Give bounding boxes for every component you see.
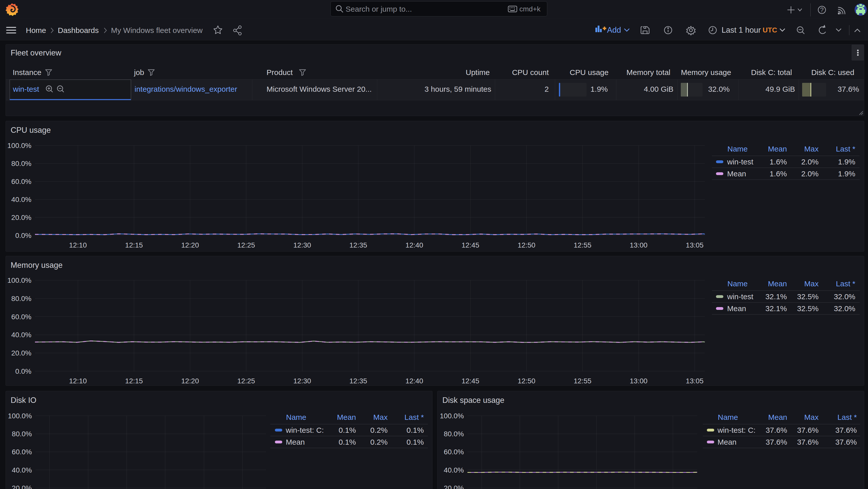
svg-text:win-test: C:: win-test: C: [285,426,324,434]
svg-text:Name: Name [727,279,748,288]
svg-text:12:20: 12:20 [181,241,199,249]
svg-text:0.0%: 0.0% [15,367,31,375]
svg-text:12:25: 12:25 [237,377,255,385]
svg-text:12:35: 12:35 [349,241,367,249]
svg-text:12:30: 12:30 [293,377,311,385]
svg-text:37.6%: 37.6% [835,438,857,446]
svg-text:37.6%: 37.6% [766,426,787,434]
svg-text:60.0%: 60.0% [11,313,31,321]
svg-text:12:10: 12:10 [69,241,87,249]
svg-text:80.0%: 80.0% [12,430,32,438]
svg-text:Name: Name [718,413,738,421]
svg-text:37.6%: 37.6% [835,426,857,434]
svg-text:100.0%: 100.0% [7,276,31,284]
svg-text:Add: Add [607,26,621,34]
svg-text:20.0%: 20.0% [444,484,464,489]
svg-text:12:40: 12:40 [405,377,423,385]
svg-text:win-test: win-test [727,293,753,301]
svg-text:Name: Name [286,413,306,421]
svg-text:32.5%: 32.5% [797,293,818,301]
svg-text:13:05: 13:05 [686,241,704,249]
svg-text:37.6%: 37.6% [797,438,818,446]
svg-text:12:50: 12:50 [518,241,535,249]
svg-text:0.1%: 0.1% [339,426,356,434]
svg-text:Name: Name [727,145,748,153]
svg-text:2.0%: 2.0% [801,170,818,178]
svg-text:12:55: 12:55 [574,377,591,385]
svg-text:1.6%: 1.6% [770,158,787,166]
svg-text:32.1%: 32.1% [765,304,787,313]
svg-text:20.0%: 20.0% [12,484,32,489]
svg-text:20.0%: 20.0% [11,214,31,221]
svg-text:Mean: Mean [717,438,737,446]
svg-text:Last 1 hour: Last 1 hour [721,26,761,34]
svg-text:80.0%: 80.0% [11,295,31,303]
svg-text:Last *: Last * [836,279,855,288]
svg-text:60.0%: 60.0% [11,178,31,185]
svg-text:13:00: 13:00 [630,377,648,385]
svg-text:12:40: 12:40 [405,241,423,249]
svg-text:12:25: 12:25 [237,241,255,249]
svg-text:12:20: 12:20 [181,377,199,385]
svg-text:Last *: Last * [837,413,857,421]
svg-text:40.0%: 40.0% [11,195,31,204]
svg-text:Mean: Mean [337,413,356,421]
svg-text:37.6%: 37.6% [766,438,787,446]
svg-text:0.1%: 0.1% [407,426,424,434]
svg-text:12:45: 12:45 [462,377,479,385]
svg-text:60.0%: 60.0% [444,448,464,456]
svg-text:0.0%: 0.0% [15,232,31,239]
svg-text:100.0%: 100.0% [440,412,464,420]
svg-text:1.9%: 1.9% [838,170,855,178]
svg-text:2.0%: 2.0% [801,158,818,166]
svg-text:12:15: 12:15 [125,241,143,249]
svg-text:0.2%: 0.2% [370,426,388,434]
svg-text:Max: Max [804,413,818,421]
svg-text:12:15: 12:15 [125,377,143,385]
svg-text:Mean: Mean [768,413,787,421]
svg-text:32.5%: 32.5% [797,304,818,313]
svg-text:80.0%: 80.0% [444,430,464,438]
svg-text:13:00: 13:00 [630,241,648,249]
svg-text:1.6%: 1.6% [770,170,787,178]
svg-text:Mean: Mean [727,304,746,313]
svg-text:Mean: Mean [286,438,305,446]
svg-text:100.0%: 100.0% [8,412,32,420]
svg-text:win-test: win-test [727,158,753,166]
svg-text:12:50: 12:50 [518,377,535,385]
svg-text:?: ? [820,6,824,13]
svg-text:win-test: C:: win-test: C: [717,426,755,434]
svg-text:12:35: 12:35 [349,377,367,385]
svg-text:12:30: 12:30 [293,241,311,249]
svg-text:40.0%: 40.0% [444,466,464,474]
svg-text:0.2%: 0.2% [370,438,388,446]
svg-text:Max: Max [373,413,388,421]
svg-text:Max: Max [804,145,818,153]
svg-text:40.0%: 40.0% [11,331,31,339]
svg-text:Max: Max [804,279,818,288]
svg-text:Last *: Last * [404,413,424,421]
svg-text:40.0%: 40.0% [12,466,32,474]
svg-text:Mean: Mean [768,279,787,288]
svg-text:Mean: Mean [727,170,746,178]
svg-text:37.6%: 37.6% [797,426,818,434]
svg-text:12:10: 12:10 [69,377,87,385]
svg-text:12:45: 12:45 [462,241,479,249]
svg-text:80.0%: 80.0% [11,160,31,167]
svg-text:32.0%: 32.0% [834,293,855,301]
svg-text:UTC: UTC [763,26,777,34]
svg-text:1.9%: 1.9% [838,158,855,166]
svg-text:12:55: 12:55 [574,241,591,249]
svg-text:60.0%: 60.0% [12,448,32,456]
svg-text:100.0%: 100.0% [7,142,31,150]
svg-text:Last *: Last * [836,145,855,153]
svg-text:13:05: 13:05 [686,377,704,385]
svg-text:32.1%: 32.1% [765,293,787,301]
svg-text:20.0%: 20.0% [11,349,31,357]
svg-text:0.1%: 0.1% [339,438,356,446]
svg-text:32.0%: 32.0% [834,304,855,313]
svg-text:0.1%: 0.1% [407,438,424,446]
svg-text:Mean: Mean [768,145,787,153]
